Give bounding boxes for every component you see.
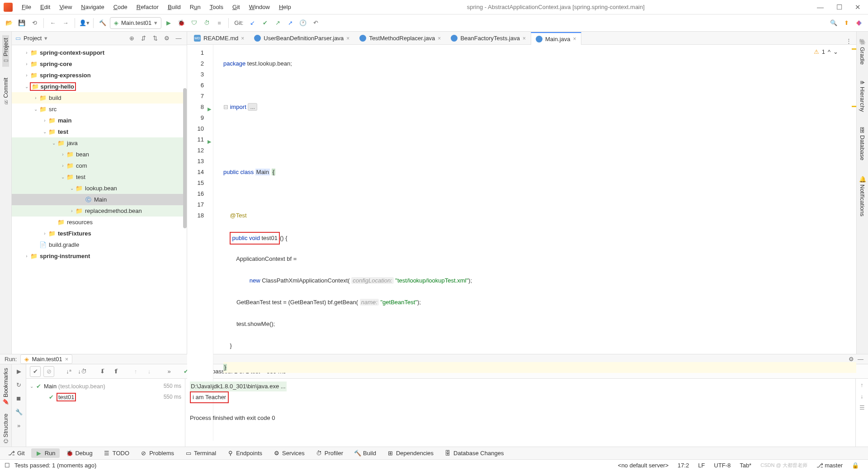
line-number[interactable]: 13 (187, 156, 204, 167)
menu-edit[interactable]: Edit (37, 2, 54, 12)
import-fold[interactable]: ... (248, 103, 257, 111)
maximize-icon[interactable]: ☐ (836, 3, 842, 11)
inspection-badge[interactable]: ⚠ 1 ^ ⌄ (814, 47, 838, 57)
run-config-dropdown[interactable]: ◈ Main.test01 ▾ (110, 17, 161, 29)
git-update-icon[interactable]: ↙ (247, 18, 258, 28)
line-number[interactable]: 7 (187, 91, 204, 102)
more-actions-icon[interactable]: » (14, 420, 24, 430)
prev-icon[interactable]: ↑ (130, 366, 141, 377)
right-tab-database[interactable]: 🗄Database (859, 125, 866, 163)
collapse-all-icon[interactable]: ⇅ (151, 34, 160, 43)
tree-item-Main[interactable]: ⒸMain (12, 194, 187, 205)
menu-code[interactable]: Code (110, 2, 131, 12)
scrollbar-thumb[interactable] (183, 88, 187, 228)
ide-updates-icon[interactable]: ⬆ (841, 18, 852, 28)
open-icon[interactable]: 📂 (4, 18, 14, 28)
tabs-menu-icon[interactable]: ⋮ (841, 38, 856, 44)
settings-icon[interactable]: ⚙ (162, 34, 171, 43)
back-icon[interactable]: ← (47, 18, 58, 28)
profile-icon[interactable]: ⏱ (201, 18, 212, 28)
hide-icon[interactable]: — (174, 34, 183, 43)
left-tab-commit[interactable]: ⎘ Commit (2, 75, 9, 108)
tree-item-build-gradle[interactable]: 📄build.gradle (12, 239, 187, 250)
debug-icon[interactable]: 🐞 (176, 18, 187, 28)
tree-item-spring-context-support[interactable]: ›📁spring-context-support (12, 47, 187, 58)
line-number[interactable]: 15 (187, 178, 204, 188)
next-icon[interactable]: ↓ (144, 366, 155, 377)
menu-view[interactable]: View (56, 2, 75, 12)
sync-icon[interactable]: ⟲ (29, 18, 40, 28)
menu-tools[interactable]: Tools (206, 2, 227, 12)
line-number[interactable]: 10 (187, 123, 204, 134)
menu-git[interactable]: Git (229, 2, 244, 12)
tree-item-test[interactable]: ⌄📁test (12, 126, 187, 137)
project-tree[interactable]: ›📁spring-context-support›📁spring-core›📁s… (12, 45, 187, 354)
tree-item-java[interactable]: ⌄📁java (12, 137, 187, 149)
editor-tab-README-md[interactable]: MDREADME.md× (189, 32, 249, 44)
bottom-tab-run[interactable]: ▶Run (31, 448, 60, 458)
tree-item-spring-hello[interactable]: ⌄📁 spring-hello (12, 81, 187, 92)
close-tab-icon[interactable]: × (573, 36, 576, 42)
tree-item-spring-core[interactable]: ›📁spring-core (12, 58, 187, 70)
line-number[interactable]: 11▶ (187, 134, 204, 145)
editor-tab-UserBeanDefinitionParser-java[interactable]: UserBeanDefinitionParser.java× (249, 32, 354, 44)
tree-item-spring-expression[interactable]: ›📁spring-expression (12, 70, 187, 81)
tree-item-build[interactable]: ›📁build (12, 92, 187, 104)
git-rollback-icon[interactable]: ↶ (310, 18, 321, 28)
status-branch[interactable]: ⎇ master (812, 462, 847, 469)
test-tree-item[interactable]: ✔ test01 550 ms (26, 391, 185, 402)
bottom-tab-problems[interactable]: ⊘Problems (136, 448, 179, 458)
test-tree-item[interactable]: ⌄✔Main (test.lookup.bean)550 ms (26, 381, 185, 391)
close-tab-icon[interactable]: × (438, 35, 441, 42)
line-number[interactable]: 2 (187, 58, 204, 69)
sort-duration-icon[interactable]: ↓⏱ (77, 366, 88, 377)
stripe-mark[interactable] (852, 106, 856, 107)
sort-icon[interactable]: ↓ᵃ (63, 366, 74, 377)
line-number[interactable]: 16 (187, 188, 204, 199)
chevron-down-icon[interactable]: ▾ (44, 35, 47, 42)
rerun-icon[interactable]: ▶ (14, 366, 24, 376)
status-indent[interactable]: Tab* (735, 462, 756, 469)
menu-build[interactable]: Build (164, 2, 184, 12)
editor-tab-TestMethodReplacer-java[interactable]: TestMethodReplacer.java× (354, 32, 446, 44)
menu-navigate[interactable]: Navigate (77, 2, 108, 12)
tree-item-com[interactable]: ›📁com (12, 160, 187, 171)
expand-all-icon[interactable]: ⇵ (139, 34, 148, 43)
run-icon[interactable]: ▶ (163, 18, 174, 28)
status-server[interactable]: <no default server> (613, 462, 673, 469)
line-number[interactable]: 1 (187, 47, 204, 58)
tree-item-replacedmethod-bean[interactable]: ›📁replacedmethod.bean (12, 205, 187, 217)
next-highlight-icon[interactable]: ⌄ (833, 47, 838, 57)
prev-highlight-icon[interactable]: ^ (828, 47, 830, 57)
expand-icon[interactable]: ⬇̄ (97, 366, 108, 377)
stop-icon[interactable]: ■ (214, 18, 225, 28)
line-number[interactable]: 12 (187, 145, 204, 156)
console-output[interactable]: D:\Java\jdk1.8.0_301\bin\java.exe ... i … (185, 379, 855, 458)
select-opened-icon[interactable]: ⊕ (127, 34, 136, 43)
minimize-icon[interactable]: — (817, 3, 824, 11)
line-number[interactable]: 6 (187, 80, 204, 91)
wrench-icon[interactable]: 🔧 (14, 407, 24, 417)
status-line-sep[interactable]: LF (693, 462, 709, 469)
line-number[interactable]: 8▶ (187, 102, 204, 113)
close-tab-icon[interactable]: × (523, 35, 526, 42)
tree-item-lookup-bean[interactable]: ⌄📁lookup.bean (12, 183, 187, 194)
scroll-down-icon[interactable]: ↓ (860, 393, 863, 400)
right-tab-notifications[interactable]: 🔔Notifications (859, 173, 866, 219)
rerun-failed-icon[interactable]: ↻ (14, 380, 24, 390)
more-icon[interactable]: » (164, 366, 175, 377)
tree-item-resources[interactable]: 📁resources (12, 217, 187, 228)
search-everywhere-icon[interactable]: 🔍 (828, 18, 839, 28)
line-number[interactable]: 3 (187, 69, 204, 80)
bottom-tab-git[interactable]: ⎇Git (4, 448, 29, 458)
editor-tab-Main-java[interactable]: Main.java× (531, 32, 581, 45)
jetbrains-icon[interactable] (854, 18, 864, 28)
soft-wrap-icon[interactable]: ☰ (859, 404, 865, 411)
save-all-icon[interactable]: 💾 (16, 18, 27, 28)
line-number[interactable]: 9 (187, 113, 204, 123)
line-number[interactable]: 17 (187, 199, 204, 210)
status-lock-icon[interactable]: 🔒 (847, 462, 863, 469)
connect-icon[interactable]: 👤▾ (79, 18, 90, 28)
git-commit-icon[interactable]: ✔ (259, 18, 270, 28)
close-tab-icon[interactable]: × (346, 35, 349, 42)
